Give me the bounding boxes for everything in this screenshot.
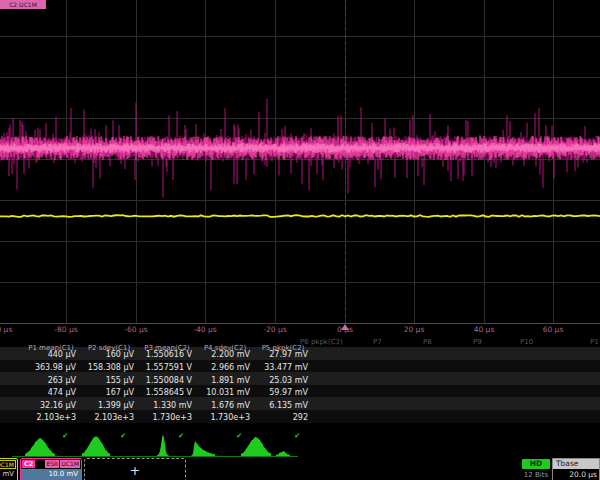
c2-coupling-badge: DC1M xyxy=(60,460,80,468)
measurement-row: 2.103e+32.103e+31.730e+31.730e+3292 xyxy=(0,410,600,423)
measurement-row: 263 µV155 µV1.550084 V1.891 mV25.03 mV xyxy=(0,372,600,385)
channel-c2-descriptor[interactable]: C2 ESR DC1M 10.0 mV xyxy=(20,458,82,480)
histicon-thumbnail[interactable] xyxy=(25,438,55,456)
oscilloscope-screen: C2 DC1M 00 µs-80 µs-60 µs-40 µs-20 µs0 µ… xyxy=(0,0,600,480)
measurement-row: 363.98 µV158.308 µV1.557591 V2.966 mV33.… xyxy=(0,360,600,373)
time-tick-label: -40 µs xyxy=(193,325,216,334)
measurement-header-inactive[interactable]: P8 xyxy=(423,338,432,347)
c1-scale-value: 10.0 mV xyxy=(0,469,17,480)
measurement-status-row: ✔✔✔✔✔ xyxy=(0,423,600,432)
measurement-header-inactive[interactable]: P6 pkpk(C3) xyxy=(300,338,343,347)
bottom-bar: DC1M 10.0 mV C2 ESR DC1M 10.0 mV + HD 12… xyxy=(0,458,600,480)
trace-annotation-badge[interactable]: C2 DC1M xyxy=(0,0,46,9)
c2-name-badge: C2 xyxy=(22,460,35,468)
c2-scale-value: 10.0 mV xyxy=(21,469,81,480)
measurement-header[interactable]: P3 mean(C2) xyxy=(138,344,196,353)
time-tick-label: 40 µs xyxy=(474,325,495,334)
histicon-thumbnail[interactable] xyxy=(276,451,290,456)
histicon-thumbnail[interactable] xyxy=(157,434,169,456)
time-tick-label: -20 µs xyxy=(263,325,286,334)
measurement-header-inactive[interactable]: P7 xyxy=(373,338,382,347)
waveform-grid xyxy=(0,0,600,324)
histicon-thumbnail[interactable] xyxy=(241,437,271,456)
measurement-header[interactable]: P1 mean(C1) xyxy=(22,344,80,353)
measurement-header-inactive[interactable]: P10 xyxy=(520,338,533,347)
c2-esr-badge: ESR xyxy=(45,460,59,468)
timebase-descriptor[interactable]: Tbase 20.0 µs xyxy=(552,458,600,480)
histicon-thumbnail[interactable] xyxy=(191,441,215,456)
time-tick-label: 00 µs xyxy=(0,325,12,334)
time-tick-label: -60 µs xyxy=(124,325,147,334)
timebase-label: Tbase xyxy=(553,459,599,469)
measurement-row: 474 µV167 µV1.558645 V10.031 mV59.97 mV xyxy=(0,385,600,398)
measurement-rows: 440 µV160 µV1.550616 V2.200 mV27.97 mV36… xyxy=(0,347,600,423)
c1-coupling-badge: DC1M xyxy=(0,460,16,469)
time-axis: 00 µs-80 µs-60 µs-40 µs-20 µs0 µs20 µs40… xyxy=(0,323,600,338)
measurement-header-inactive[interactable]: P9 xyxy=(473,338,482,347)
add-trace-button[interactable]: + xyxy=(84,458,186,480)
measurement-table: P1 mean(C1)P2 sdev(C1)P3 mean(C2)P4 sdev… xyxy=(0,338,600,432)
trigger-position-marker[interactable] xyxy=(341,324,349,330)
hd-bits-label: 12 Bits xyxy=(516,471,556,479)
measurement-header[interactable]: P2 sdev(C1) xyxy=(80,344,138,353)
histicon-thumbnail[interactable] xyxy=(82,436,110,456)
measurement-header[interactable]: P4 sdev(C2) xyxy=(196,344,254,353)
hd-mode-badge[interactable]: HD xyxy=(522,459,550,469)
time-tick-label: 60 µs xyxy=(543,325,564,334)
measurement-row: 32.16 µV1.399 µV1.330 mV1.676 mV6.135 mV xyxy=(0,397,600,410)
measurement-histicons[interactable] xyxy=(0,432,600,458)
time-tick-label: -80 µs xyxy=(54,325,77,334)
channel-c1-descriptor[interactable]: DC1M 10.0 mV xyxy=(0,458,18,480)
time-tick-label: 20 µs xyxy=(404,325,425,334)
measurement-header-row: P1 mean(C1)P2 sdev(C1)P3 mean(C2)P4 sdev… xyxy=(0,338,600,347)
measurement-header-inactive[interactable]: P1 xyxy=(590,338,599,347)
timebase-value: 20.0 µs xyxy=(553,469,599,480)
